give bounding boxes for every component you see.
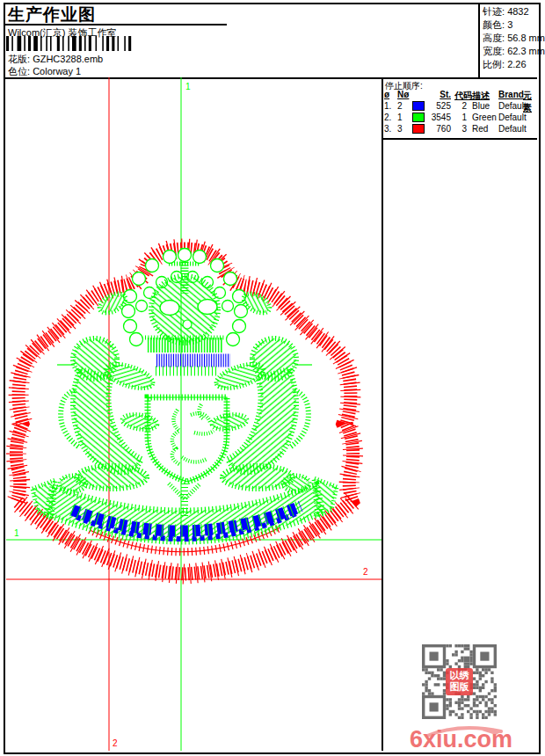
shield-stitching [148, 397, 227, 517]
crown-jewel-left [160, 301, 179, 316]
guide-label-green-left: 1 [14, 528, 19, 538]
production-worksheet: 生产作业图 Wilcom(汇京) 装饰工作室 花版: GZHC3288.emb … [0, 0, 545, 756]
crown-jewel-right [198, 300, 217, 315]
shield-lion [172, 404, 214, 464]
qr-center-logo: 以绣 图版 [446, 668, 473, 695]
crown-stitching [122, 248, 248, 371]
guide-label-green-top: 1 [185, 82, 191, 91]
design-canvas: 1 1 2 2 [6, 77, 382, 751]
watermark-site: 6xiu.com [410, 726, 512, 753]
lion-right-stitching [211, 290, 312, 491]
sequence-row-1: 1.2 5252 BlueDefault [384, 101, 538, 111]
crown-band [147, 338, 222, 353]
guide-label-red-bottom: 2 [113, 738, 118, 748]
sequence-row-2: 2.1 35451 GreenDefault [384, 113, 538, 122]
sequence-header-row: ø Nø St. 代码 描述 Brand 元素 [384, 90, 538, 99]
sequence-row-3: 3.3 7603 RedDefault [384, 124, 538, 134]
guide-label-red-right: 2 [363, 567, 368, 577]
